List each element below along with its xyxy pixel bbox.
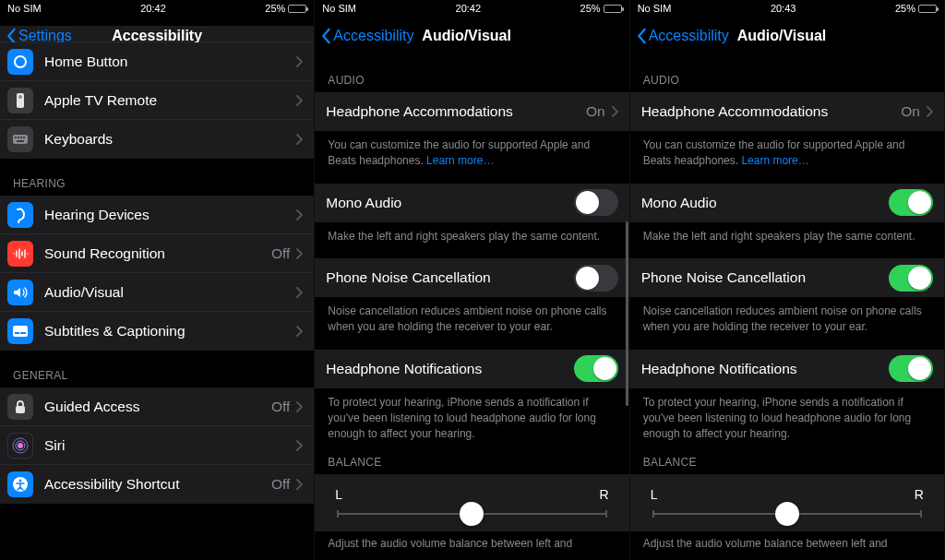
row-label: Subtitles & Captioning xyxy=(44,323,295,340)
svg-rect-4 xyxy=(15,137,17,138)
row-label: Phone Noise Cancellation xyxy=(641,269,889,286)
row-phone-noise-cancellation[interactable]: Phone Noise Cancellation xyxy=(630,258,944,297)
battery-pct-label: 25% xyxy=(580,3,601,14)
row-value: Off xyxy=(271,245,290,262)
section-header-audio: AUDIO xyxy=(315,55,628,92)
row-accessibility-shortcut[interactable]: Accessibility Shortcut Off xyxy=(0,465,314,504)
row-value: On xyxy=(901,103,920,120)
footer-mono: Make the left and right speakers play th… xyxy=(630,222,944,246)
back-label: Accessibility xyxy=(649,28,729,44)
row-headphone-accommodations[interactable]: Headphone Accommodations On xyxy=(630,92,944,131)
toggle-headphone-notifications[interactable] xyxy=(889,355,933,382)
section-header-audio: AUDIO xyxy=(630,55,944,92)
battery-icon xyxy=(918,5,937,13)
page-title: Audio/Visual xyxy=(422,28,511,44)
svg-rect-12 xyxy=(16,406,25,413)
row-headphone-notifications[interactable]: Headphone Notifications xyxy=(315,350,628,388)
footer-balance-cut: Adjust the audio volume balance between … xyxy=(630,531,944,552)
status-bar: No SIM 20:42 25% xyxy=(315,0,628,17)
row-keyboards[interactable]: Keyboards xyxy=(0,120,314,159)
accessibility-icon xyxy=(7,471,33,497)
lock-icon xyxy=(7,394,33,420)
row-label: Audio/Visual xyxy=(44,284,295,301)
row-label: Apple TV Remote xyxy=(44,92,295,109)
toggle-headphone-notifications[interactable] xyxy=(574,355,618,382)
chevron-right-icon xyxy=(295,56,303,67)
footer-noise: Noise cancellation reduces ambient noise… xyxy=(315,297,628,337)
svg-rect-5 xyxy=(18,137,19,138)
row-siri[interactable]: Siri xyxy=(0,426,314,465)
row-audio-visual[interactable]: Audio/Visual xyxy=(0,273,314,312)
keyboard-icon xyxy=(7,126,33,152)
balance-left-label: L xyxy=(651,487,658,502)
row-mono-audio[interactable]: Mono Audio xyxy=(315,184,628,222)
back-button[interactable]: Accessibility xyxy=(636,28,729,44)
balance-left-label: L xyxy=(335,487,342,502)
row-apple-tv-remote[interactable]: Apple TV Remote xyxy=(0,81,314,120)
footer-noise: Noise cancellation reduces ambient noise… xyxy=(630,297,944,337)
section-header-hearing: HEARING xyxy=(0,159,314,196)
row-value: Off xyxy=(271,399,290,415)
learn-more-link[interactable]: Learn more… xyxy=(741,154,808,167)
audio-visual-list[interactable]: AUDIO Headphone Accommodations On You ca… xyxy=(630,55,944,560)
svg-rect-8 xyxy=(17,140,24,142)
row-label: Mono Audio xyxy=(326,195,573,211)
chevron-right-icon xyxy=(295,248,303,259)
svg-point-0 xyxy=(15,56,26,67)
row-guided-access[interactable]: Guided Access Off xyxy=(0,387,314,426)
footer-notif: To protect your hearing, iPhone sends a … xyxy=(315,388,628,443)
settings-list[interactable]: Home Button Apple TV Remote Keyboards HE… xyxy=(0,26,314,560)
screen-accessibility: No SIM 20:42 25% Settings Accessibility … xyxy=(0,0,315,560)
chevron-left-icon xyxy=(320,28,331,44)
footer-headphone: You can customize the audio for supporte… xyxy=(630,131,944,171)
row-sound-recognition[interactable]: Sound Recognition Off xyxy=(0,234,314,273)
slider-thumb[interactable] xyxy=(775,502,799,526)
svg-rect-7 xyxy=(23,137,25,138)
toggle-noise-cancellation[interactable] xyxy=(574,265,618,292)
row-phone-noise-cancellation[interactable]: Phone Noise Cancellation xyxy=(315,258,628,297)
toggle-mono-audio[interactable] xyxy=(889,189,933,216)
svg-point-15 xyxy=(18,443,23,448)
row-label: Headphone Notifications xyxy=(641,361,889,377)
row-headphone-notifications[interactable]: Headphone Notifications xyxy=(630,350,944,388)
row-label: Siri xyxy=(44,437,295,454)
status-bar: No SIM 20:42 25% xyxy=(0,0,314,17)
slider-thumb[interactable] xyxy=(460,502,484,526)
row-label: Headphone Accommodations xyxy=(641,103,902,120)
row-label: Headphone Notifications xyxy=(326,361,573,377)
toggle-noise-cancellation[interactable] xyxy=(889,265,933,292)
nav-bar: Accessibility Audio/Visual xyxy=(630,17,944,55)
scroll-indicator[interactable] xyxy=(626,221,628,406)
siri-icon xyxy=(7,433,33,459)
chevron-right-icon xyxy=(295,401,303,412)
clock-label: 20:42 xyxy=(456,3,482,14)
row-headphone-accommodations[interactable]: Headphone Accommodations On xyxy=(315,92,628,131)
chevron-right-icon xyxy=(295,287,303,298)
apple-tv-remote-icon xyxy=(7,88,33,113)
toggle-mono-audio[interactable] xyxy=(574,189,618,216)
footer-mono: Make the left and right speakers play th… xyxy=(315,222,628,246)
footer-notif: To protect your hearing, iPhone sends a … xyxy=(630,388,944,443)
audio-visual-list[interactable]: AUDIO Headphone Accommodations On You ca… xyxy=(315,55,628,560)
learn-more-link[interactable]: Learn more… xyxy=(426,154,494,167)
carrier-label: No SIM xyxy=(7,3,42,14)
row-label: Home Button xyxy=(44,54,295,70)
svg-rect-10 xyxy=(15,332,19,334)
row-hearing-devices[interactable]: Hearing Devices xyxy=(0,196,314,234)
clock-label: 20:43 xyxy=(771,3,796,14)
battery-icon xyxy=(288,5,306,13)
row-label: Guided Access xyxy=(44,399,271,415)
balance-slider[interactable] xyxy=(652,513,922,515)
row-subtitles[interactable]: Subtitles & Captioning xyxy=(0,312,314,351)
row-label: Headphone Accommodations xyxy=(326,103,586,120)
balance-slider[interactable] xyxy=(337,513,606,515)
footer-balance-cut: Adjust the audio volume balance between … xyxy=(315,531,628,552)
row-home-button[interactable]: Home Button xyxy=(0,42,314,81)
row-mono-audio[interactable]: Mono Audio xyxy=(630,184,944,222)
chevron-left-icon xyxy=(636,28,647,44)
back-button[interactable]: Accessibility xyxy=(320,28,413,44)
svg-rect-11 xyxy=(20,332,26,334)
battery-pct-label: 25% xyxy=(265,3,285,14)
carrier-label: No SIM xyxy=(638,3,672,14)
chevron-right-icon xyxy=(295,134,303,145)
